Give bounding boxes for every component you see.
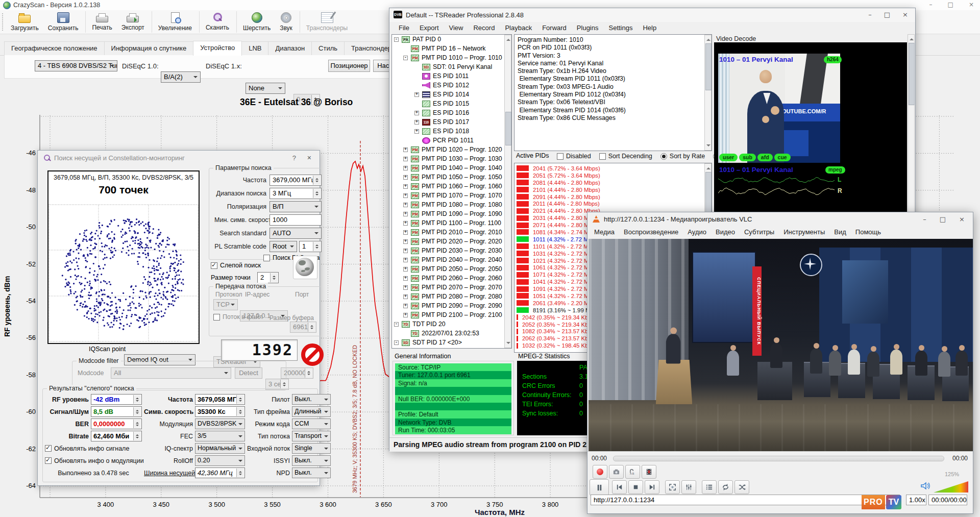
menu-item[interactable]: Plugins: [572, 24, 604, 32]
freq-stepper[interactable]: 3679,000 МГц: [270, 175, 322, 186]
menu-item[interactable]: Воспроизведение: [619, 228, 683, 236]
menu-item[interactable]: Settings: [603, 24, 638, 32]
rolloff-select[interactable]: 0.20: [195, 455, 245, 466]
frame-by-frame-button[interactable]: [642, 465, 656, 479]
symbolrate-field[interactable]: 35300 Кс: [195, 406, 245, 417]
rf-level-field[interactable]: -42 dBm: [91, 394, 142, 405]
tab[interactable]: Географическое положение: [4, 41, 105, 56]
frame-type-select[interactable]: Длинный: [292, 406, 331, 417]
menu-item[interactable]: Медиа: [590, 228, 619, 236]
tree-item[interactable]: + PMT PID 2080 – Progr. 2080: [392, 292, 511, 301]
carrier-width-field[interactable]: 42,360 МГц: [195, 467, 245, 478]
volume-slider[interactable]: [934, 481, 968, 493]
tree-item[interactable]: + PMT PID 1060 – Progr. 1060: [392, 182, 511, 191]
seek-slider[interactable]: [613, 456, 944, 461]
pid-item[interactable]: 2051 (5.72% - 3.64 Mbps): [517, 172, 712, 179]
url-field[interactable]: http://127.0.0.1:1234: [591, 495, 900, 505]
maximize-icon[interactable]: □: [948, 1, 953, 8]
tab[interactable]: Стиль: [311, 41, 345, 56]
tree-expander-icon[interactable]: -: [394, 322, 399, 327]
fec-select[interactable]: 3/5: [195, 431, 245, 441]
blind-search-checkbox[interactable]: Слепой поиск: [211, 262, 261, 269]
tree-item[interactable]: - TDT PID 20: [392, 319, 511, 329]
search-standard-select[interactable]: AUTO: [270, 228, 322, 239]
minimize-icon[interactable]: –: [923, 215, 926, 223]
record-button[interactable]: [593, 465, 607, 479]
decoder-pill-button[interactable]: sub: [739, 154, 756, 161]
tree-item[interactable]: + PMT PID 2020 – Progr. 2020: [392, 237, 511, 246]
tree-item[interactable]: ES PID 1012: [392, 81, 511, 90]
tree-item[interactable]: + ES PID 1016: [392, 108, 511, 117]
pid-item[interactable]: 2041 (5.72% - 3.64 Mbps): [517, 165, 712, 172]
tree-expander-icon[interactable]: +: [414, 129, 419, 134]
menu-item[interactable]: Forward: [537, 24, 572, 32]
tree-expander-icon[interactable]: +: [403, 175, 408, 180]
menu-item[interactable]: View: [444, 24, 469, 32]
tree-item[interactable]: 2022/07/01 23:02:53: [392, 329, 511, 338]
tree-expander-icon[interactable]: +: [403, 157, 408, 161]
menu-item[interactable]: Export: [414, 24, 444, 32]
tree-expander-icon[interactable]: +: [414, 120, 419, 125]
pid-item[interactable]: 2091 (4.44% - 2.80 Mbps): [517, 193, 712, 201]
tree-expander-icon[interactable]: +: [403, 258, 408, 262]
stream-type-select[interactable]: Transport: [292, 431, 331, 441]
maximize-icon[interactable]: □: [940, 215, 946, 223]
menu-item[interactable]: Аудио: [683, 228, 711, 236]
detect-button[interactable]: Detect: [235, 367, 262, 379]
tree-item[interactable]: + PMT PID 1100 – Progr. 1100: [392, 218, 511, 228]
tree-item[interactable]: + PMT PID 2070 – Progr. 2070: [392, 283, 511, 292]
carrier-width-link[interactable]: Ширина несущей: [144, 470, 193, 477]
disabled-checkbox[interactable]: Disabled: [557, 153, 591, 160]
close-icon[interactable]: ×: [307, 154, 311, 162]
tree-expander-icon[interactable]: -: [403, 56, 408, 60]
tree-expander-icon[interactable]: +: [403, 193, 408, 198]
tree-item[interactable]: - SDT PID 17 <20>: [392, 338, 511, 347]
info-scrollbar[interactable]: [704, 35, 712, 151]
toolbar-button[interactable]: Загрузить: [6, 11, 43, 33]
tree-expander-icon[interactable]: +: [403, 304, 408, 308]
tree-item[interactable]: ES PID 1011: [392, 71, 511, 81]
tree-item[interactable]: ES PID 1015: [392, 99, 511, 108]
menu-item[interactable]: Помощь: [851, 228, 886, 236]
tree-expander-icon[interactable]: +: [403, 166, 408, 170]
tree-item[interactable]: - PMT PID 1010 – Progr. 1010: [392, 53, 511, 62]
scrollbar-thumb[interactable]: [909, 43, 915, 105]
tree-expander-icon[interactable]: +: [403, 249, 408, 253]
fullscreen-button[interactable]: [665, 480, 680, 494]
tree-item[interactable]: + PMT PID 1050 – Progr. 1050: [392, 173, 511, 182]
toolbar-button[interactable]: Шерстить: [236, 11, 275, 33]
tree-item[interactable]: + PMT PID 1020 – Progr. 1020: [392, 145, 511, 154]
code-mode-select[interactable]: CCM: [292, 418, 331, 429]
dot-size-stepper[interactable]: 2: [257, 272, 279, 283]
scrollbar-thumb[interactable]: [705, 172, 712, 214]
result-freq-field[interactable]: 3679,058 МГц: [195, 394, 245, 405]
positioner-button[interactable]: Позиционер: [328, 60, 370, 72]
sort-by-rate-radio[interactable]: Sort by Rate: [660, 153, 705, 160]
decoder-pill-button[interactable]: afd: [757, 154, 773, 161]
pid-item[interactable]: 2081 (4.44% - 2.80 Mbps): [517, 179, 712, 186]
bitrate-field[interactable]: 62,460 Мби: [91, 431, 142, 441]
toolbar-button[interactable]: Сканить: [199, 11, 234, 33]
toolbar-button[interactable]: Сохранить: [43, 11, 83, 33]
ber-field[interactable]: 0,0000000: [91, 418, 142, 429]
shuffle-button[interactable]: [734, 480, 749, 494]
tree-expander-icon[interactable]: +: [403, 230, 408, 235]
tree-item[interactable]: + PMT PID 2100 – Progr. 2100: [392, 310, 511, 319]
snr-field[interactable]: 8,5 dB: [91, 406, 142, 417]
menu-item[interactable]: Playback: [500, 24, 537, 32]
snapshot-button[interactable]: [609, 465, 624, 479]
diseqc1x-select[interactable]: None: [246, 83, 285, 94]
tree-expander-icon[interactable]: +: [403, 147, 408, 152]
input-stream-select[interactable]: Single: [292, 443, 331, 454]
playlist-button[interactable]: [702, 480, 717, 494]
tree-item[interactable]: + ES PID 1017: [392, 117, 511, 127]
tree-expander-icon[interactable]: +: [414, 92, 419, 97]
port-stepper[interactable]: 6961: [290, 322, 316, 333]
stop-button[interactable]: [628, 480, 643, 494]
toolbar-button[interactable]: Печать: [85, 11, 116, 33]
menu-item[interactable]: Субтитры: [740, 228, 779, 236]
scrollbar-thumb[interactable]: [505, 112, 511, 145]
iq-spectrum-select[interactable]: Нормальный: [195, 443, 245, 454]
update-modulation-checkbox[interactable]: Обновлять инфо о модуляции: [45, 457, 142, 464]
toolbar-button[interactable]: Увеличение: [152, 11, 197, 33]
